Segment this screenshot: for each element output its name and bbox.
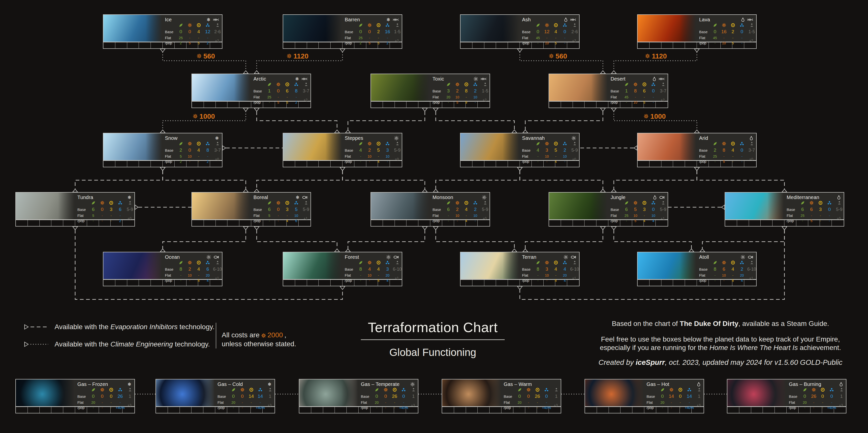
tracking-box[interactable] xyxy=(295,280,307,286)
tracking-box[interactable] xyxy=(331,280,342,286)
tracking-box[interactable] xyxy=(239,220,251,226)
tracking-box[interactable] xyxy=(16,220,28,226)
tracking-box[interactable] xyxy=(561,220,573,226)
tracking-box[interactable] xyxy=(739,407,751,413)
tracking-box[interactable] xyxy=(151,161,163,167)
tracking-box[interactable] xyxy=(63,407,75,413)
tracking-box[interactable] xyxy=(319,280,331,286)
tracking-box[interactable] xyxy=(16,407,28,413)
tracking-box[interactable] xyxy=(727,407,739,413)
tracking-box[interactable] xyxy=(139,42,151,48)
tracking-box[interactable] xyxy=(383,220,395,226)
tracking-box[interactable] xyxy=(331,42,342,48)
tracking-box[interactable] xyxy=(127,280,139,286)
tracking-box[interactable] xyxy=(347,407,359,413)
tracking-box[interactable] xyxy=(585,102,596,107)
tracking-box[interactable] xyxy=(156,407,168,413)
tracking-box[interactable] xyxy=(115,161,127,167)
tracking-box[interactable] xyxy=(418,220,430,226)
tracking-box[interactable] xyxy=(472,161,484,167)
tracking-box[interactable] xyxy=(383,102,395,107)
tracking-box[interactable] xyxy=(472,42,484,48)
tracking-box[interactable] xyxy=(227,102,239,107)
tracking-box[interactable] xyxy=(685,280,697,286)
tracking-box[interactable] xyxy=(508,42,520,48)
tracking-box[interactable] xyxy=(484,161,496,167)
tracking-box[interactable] xyxy=(180,407,192,413)
tracking-box[interactable] xyxy=(406,220,418,226)
tracking-box[interactable] xyxy=(28,220,40,226)
tracking-box[interactable] xyxy=(472,280,484,286)
tracking-box[interactable] xyxy=(115,42,127,48)
tracking-box[interactable] xyxy=(103,161,115,167)
tracking-box[interactable] xyxy=(466,407,478,413)
tracking-box[interactable] xyxy=(596,220,608,226)
tracking-box[interactable] xyxy=(638,42,650,48)
tracking-box[interactable] xyxy=(454,407,466,413)
tracking-box[interactable] xyxy=(661,42,673,48)
tracking-box[interactable] xyxy=(442,407,454,413)
tracking-box[interactable] xyxy=(773,220,784,226)
tracking-box[interactable] xyxy=(620,407,632,413)
tracking-box[interactable] xyxy=(28,407,40,413)
tracking-box[interactable] xyxy=(127,42,139,48)
tracking-box[interactable] xyxy=(638,161,650,167)
tracking-box[interactable] xyxy=(661,280,673,286)
tracking-box[interactable] xyxy=(478,407,490,413)
tracking-box[interactable] xyxy=(549,102,561,107)
tracking-box[interactable] xyxy=(307,280,319,286)
tracking-box[interactable] xyxy=(139,280,151,286)
tracking-box[interactable] xyxy=(151,42,163,48)
tracking-box[interactable] xyxy=(311,407,323,413)
tracking-box[interactable] xyxy=(395,220,407,226)
tracking-box[interactable] xyxy=(192,102,204,107)
tracking-box[interactable] xyxy=(490,407,501,413)
tracking-box[interactable] xyxy=(673,280,685,286)
tracking-box[interactable] xyxy=(673,161,685,167)
tracking-box[interactable] xyxy=(40,220,52,226)
tracking-box[interactable] xyxy=(763,407,775,413)
tracking-box[interactable] xyxy=(761,220,773,226)
tracking-box[interactable] xyxy=(775,407,787,413)
tracking-box[interactable] xyxy=(638,280,650,286)
tracking-box[interactable] xyxy=(406,102,418,107)
tracking-box[interactable] xyxy=(168,407,180,413)
tracking-box[interactable] xyxy=(51,407,63,413)
tracking-box[interactable] xyxy=(461,161,472,167)
tracking-box[interactable] xyxy=(461,280,472,286)
tracking-box[interactable] xyxy=(40,407,52,413)
tracking-box[interactable] xyxy=(335,407,347,413)
tracking-box[interactable] xyxy=(685,42,697,48)
tracking-box[interactable] xyxy=(661,161,673,167)
tracking-box[interactable] xyxy=(632,407,644,413)
tracking-box[interactable] xyxy=(204,407,215,413)
tracking-box[interactable] xyxy=(204,102,216,107)
tracking-box[interactable] xyxy=(549,220,561,226)
tracking-box[interactable] xyxy=(191,407,204,413)
tracking-box[interactable] xyxy=(673,42,685,48)
tracking-box[interactable] xyxy=(331,161,342,167)
tracking-box[interactable] xyxy=(127,161,139,167)
tracking-box[interactable] xyxy=(295,42,307,48)
tracking-box[interactable] xyxy=(283,280,295,286)
tracking-box[interactable] xyxy=(323,407,335,413)
tracking-box[interactable] xyxy=(496,280,508,286)
tracking-box[interactable] xyxy=(307,161,319,167)
tracking-box[interactable] xyxy=(51,220,63,226)
tracking-box[interactable] xyxy=(597,407,609,413)
tracking-box[interactable] xyxy=(216,220,228,226)
tracking-box[interactable] xyxy=(319,161,331,167)
tracking-box[interactable] xyxy=(596,102,608,107)
tracking-box[interactable] xyxy=(227,220,239,226)
tracking-box[interactable] xyxy=(585,220,596,226)
tracking-box[interactable] xyxy=(650,280,661,286)
tracking-box[interactable] xyxy=(395,102,407,107)
tracking-box[interactable] xyxy=(371,220,383,226)
tracking-box[interactable] xyxy=(484,280,496,286)
tracking-box[interactable] xyxy=(749,220,761,226)
tracking-box[interactable] xyxy=(283,161,295,167)
tracking-box[interactable] xyxy=(561,102,573,107)
tracking-box[interactable] xyxy=(585,407,597,413)
tracking-box[interactable] xyxy=(139,161,151,167)
tracking-box[interactable] xyxy=(307,42,319,48)
